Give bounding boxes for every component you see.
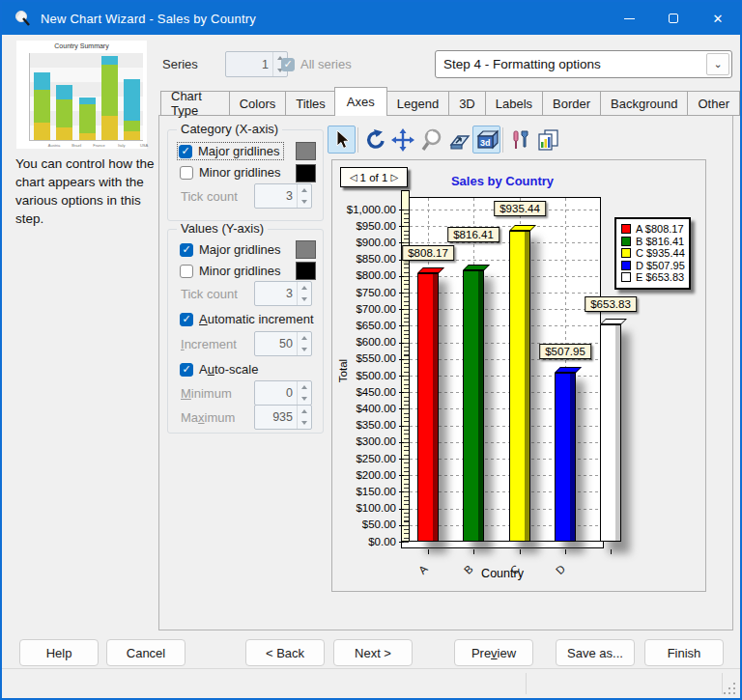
preview-segment <box>56 99 72 127</box>
wizard-step-dropdown[interactable]: Step 4 - Formatting options ⌄ <box>435 50 732 78</box>
values-tick-count-spinner[interactable]: 3 <box>254 281 312 306</box>
legend-swatch <box>621 261 631 270</box>
tab-chart-type[interactable]: Chart Type <box>160 91 229 116</box>
preview-segment <box>79 104 96 133</box>
automatic-increment-box[interactable] <box>180 313 193 326</box>
values-tick-up[interactable] <box>298 282 311 294</box>
tab-other[interactable]: Other <box>687 91 740 116</box>
data-label-D: $507.95 <box>539 344 591 359</box>
back-button[interactable]: < Back <box>245 639 325 666</box>
view-3d-icon: 3d <box>475 128 499 152</box>
tab-axes[interactable]: Axes <box>334 87 387 116</box>
save-as-button[interactable]: Save as... <box>556 639 635 666</box>
category-minor-gridlines-box[interactable] <box>180 166 193 180</box>
category-tick-count-spinner[interactable]: 3 <box>254 183 312 209</box>
prev-page-icon[interactable]: ◁ <box>350 172 357 182</box>
all-series-checkbox-box[interactable] <box>281 58 295 71</box>
y-tick-label: $50.00 <box>332 518 396 530</box>
toolbar-separator <box>357 127 358 153</box>
undo-button[interactable] <box>360 126 388 154</box>
maximum-value: 935 <box>255 410 297 424</box>
legend-label: B $816.41 <box>636 236 684 247</box>
preview-x-label: Austria <box>44 143 64 148</box>
next-page-icon[interactable]: ▷ <box>390 172 398 182</box>
zoom-button[interactable] <box>416 126 444 154</box>
all-series-label: All series <box>300 57 352 71</box>
values-minor-gridlines-box[interactable] <box>180 265 193 278</box>
chart-gallery-button[interactable] <box>533 126 561 154</box>
category-minor-gridline-color-swatch[interactable] <box>296 164 316 182</box>
values-major-gridlines-checkbox[interactable]: Major gridlines <box>180 242 281 257</box>
chevron-down-icon[interactable]: ⌄ <box>706 53 729 75</box>
close-button[interactable]: ✕ <box>696 2 740 35</box>
maximum-spinner[interactable]: 935 <box>254 405 312 430</box>
legend-label: E $653.83 <box>636 271 684 283</box>
maximum-down[interactable] <box>298 417 311 429</box>
maximize-button[interactable] <box>651 2 696 35</box>
title-bar[interactable]: New Chart Wizard - Sales by Country ✕ <box>2 2 740 35</box>
increment-up[interactable] <box>298 332 311 344</box>
minimum-down[interactable] <box>298 393 311 405</box>
all-series-checkbox[interactable]: All series <box>281 57 352 71</box>
y-gridline <box>410 242 600 243</box>
new-chart-wizard-dialog: New Chart Wizard - Sales by Country ✕ Co… <box>0 0 742 700</box>
zoom-icon <box>419 128 442 152</box>
resize-grip[interactable] <box>733 683 735 685</box>
data-label-A: $808.17 <box>402 245 454 261</box>
tab-labels[interactable]: Labels <box>485 91 542 116</box>
cancel-button[interactable]: Cancel <box>106 639 186 666</box>
category-major-gridlines-label: Major gridlines <box>198 144 280 158</box>
tools-button[interactable] <box>505 126 533 154</box>
view-3d-button[interactable]: 3d <box>472 126 500 154</box>
tab-border[interactable]: Border <box>542 91 600 116</box>
view-2d-button[interactable] <box>444 126 472 154</box>
bar-E <box>600 324 621 542</box>
tab-legend[interactable]: Legend <box>386 91 448 116</box>
category-major-gridlines-box[interactable] <box>179 145 192 158</box>
category-tick-down[interactable] <box>298 196 311 208</box>
minimize-button[interactable] <box>607 2 651 35</box>
minimum-spinner[interactable]: 0 <box>254 380 312 406</box>
values-major-gridlines-box[interactable] <box>180 243 193 257</box>
values-tick-count-label: Tick count <box>181 287 238 301</box>
tab-colors[interactable]: Colors <box>229 91 286 116</box>
values-group-title: Values (Y-axis) <box>177 221 268 236</box>
chart-page-nav[interactable]: ◁ 1 of 1 ▷ <box>340 167 408 187</box>
tab-3d[interactable]: 3D <box>448 91 485 116</box>
series-spinner[interactable]: 1 <box>225 51 288 77</box>
tab-background[interactable]: Background <box>600 91 687 116</box>
pointer-button[interactable] <box>328 126 356 154</box>
next-button[interactable]: Next > <box>333 639 413 666</box>
category-major-gridlines-checkbox[interactable]: Major gridlines <box>178 143 283 159</box>
preview-segment <box>124 79 140 121</box>
increment-down[interactable] <box>298 344 311 355</box>
minimum-up[interactable] <box>298 381 311 393</box>
finish-button[interactable]: Finish <box>644 639 724 666</box>
auto-scale-checkbox[interactable]: Auto-scale <box>180 362 258 377</box>
y-tick-label: $600.00 <box>332 336 396 348</box>
wizard-preview-image: Country Summary AustriaBrazilFranceItaly… <box>16 41 147 149</box>
wizard-step-dropdown-value: Step 4 - Formatting options <box>436 57 706 71</box>
tab-titles[interactable]: Titles <box>285 91 335 116</box>
values-tick-down[interactable] <box>298 294 311 305</box>
auto-scale-box[interactable] <box>180 363 193 377</box>
automatic-increment-checkbox[interactable]: Automatic increment <box>180 312 314 326</box>
y-tick-label: $800.00 <box>332 269 396 281</box>
legend-entry: B $816.41 <box>621 236 684 248</box>
values-major-gridline-color-swatch[interactable] <box>296 240 316 259</box>
preview-x-label: Italy <box>112 143 131 148</box>
category-minor-gridlines-checkbox[interactable]: Minor gridlines <box>180 165 281 180</box>
values-minor-gridline-color-swatch[interactable] <box>296 262 316 280</box>
preview-button[interactable]: Preview <box>454 639 533 666</box>
window-title: New Chart Wizard - Sales by Country <box>41 12 256 26</box>
preview-segment <box>34 123 50 140</box>
category-tick-up[interactable] <box>298 184 311 196</box>
wizard-step-description: You can control how the chart appears wi… <box>15 154 157 228</box>
increment-spinner[interactable]: 50 <box>254 331 312 356</box>
legend-label: A $808.17 <box>636 223 684 235</box>
category-major-gridline-color-swatch[interactable] <box>296 142 316 160</box>
values-minor-gridlines-checkbox[interactable]: Minor gridlines <box>180 264 281 278</box>
pan-button[interactable] <box>388 126 416 154</box>
maximum-up[interactable] <box>298 406 311 417</box>
help-button[interactable]: Help <box>19 639 99 666</box>
